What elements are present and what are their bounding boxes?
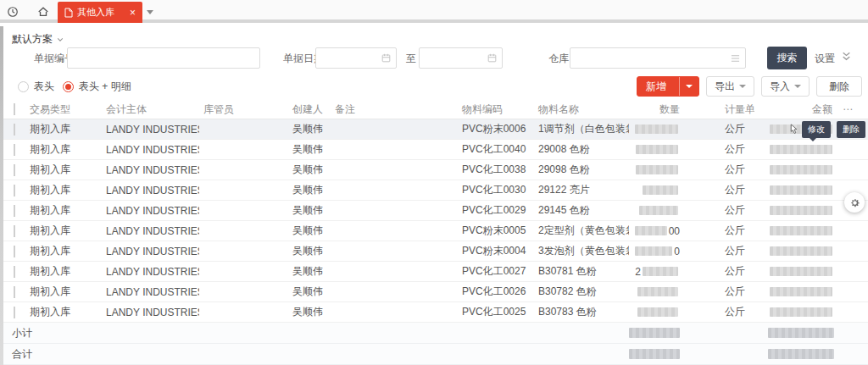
list-picker-icon[interactable]: [731, 54, 740, 63]
add-button[interactable]: 新增: [637, 76, 699, 97]
history-clock-icon[interactable]: [6, 5, 19, 19]
calendar-icon[interactable]: [381, 53, 391, 63]
row-checkbox[interactable]: [14, 246, 15, 257]
doc-date-from-input[interactable]: [315, 47, 397, 69]
table-row[interactable]: 期初入库 LANDY INDUSTRIES(R)LTD 吴顺伟 PVC粉末000…: [0, 241, 868, 262]
import-button[interactable]: 导入: [761, 76, 810, 97]
row-checkbox[interactable]: [14, 185, 15, 196]
redacted-quantity-total: [629, 349, 680, 359]
cell-material-code: PVC化工0025: [458, 305, 534, 319]
row-checkbox[interactable]: [14, 164, 15, 176]
col-quantity: 数量: [629, 102, 687, 117]
radio-header-only-label[interactable]: 表头: [34, 80, 54, 94]
summary-quantity: [629, 349, 687, 359]
tab-other-inbound[interactable]: 其他入库 ×: [58, 2, 142, 23]
export-button[interactable]: 导出: [706, 76, 754, 97]
row-select-cell: [0, 266, 25, 278]
cell-unit: 公斤: [687, 285, 754, 299]
cell-unit: 公斤: [687, 142, 754, 157]
chevron-down-icon: [57, 36, 64, 43]
row-checkbox[interactable]: [14, 144, 15, 156]
row-checkbox[interactable]: [14, 225, 15, 237]
cell-material-code: PVC化工0030: [458, 183, 534, 197]
row-delete-button[interactable]: 删除: [837, 121, 865, 138]
cell-transaction-type: 期初入库: [25, 285, 102, 299]
select-all-checkbox[interactable]: [14, 103, 15, 115]
table-row[interactable]: 期初入库 LANDY INDUSTRIES(R)LTD 吴顺伟 PVC化工004…: [0, 140, 868, 160]
more-columns-icon[interactable]: ⋯: [839, 103, 868, 115]
table-row[interactable]: 期初入库 LANDY INDUSTRIES(R)LTD 吴顺伟 PVC化工002…: [0, 201, 868, 221]
table-row[interactable]: 期初入库 LANDY INDUSTRIES(R)LTD 吴顺伟 PVC化工002…: [0, 302, 868, 323]
summary-row: 小计: [0, 323, 868, 344]
cell-amount: [754, 185, 839, 195]
cell-material-code: PVC化工0026: [458, 285, 534, 299]
cell-quantity: [629, 165, 687, 174]
cell-quantity: [629, 185, 687, 195]
table-row[interactable]: 期初入库 LANDY INDUSTRIES(R)LTD 吴顺伟 PVC粉末000…: [0, 221, 868, 241]
col-unit: 计量单位: [687, 102, 754, 117]
radio-header-detail-label[interactable]: 表头 + 明细: [79, 80, 131, 94]
add-button-label[interactable]: 新增: [637, 77, 675, 96]
cell-material-name: B30781 色粉: [534, 264, 629, 279]
tab-close-icon[interactable]: ×: [130, 8, 136, 18]
cell-transaction-type: 期初入库: [25, 203, 102, 218]
cell-material-name: 2定型剂（黄色包装袋上编号2）: [534, 224, 629, 238]
cell-amount: [754, 246, 839, 256]
redacted-quantity: [643, 185, 678, 195]
row-checkbox[interactable]: [14, 307, 15, 318]
table-body: 期初入库 LANDY INDUSTRIES(R)LTD 吴顺伟 PVC粉末000…: [0, 119, 868, 365]
row-checkbox[interactable]: [14, 286, 15, 298]
cell-amount: [754, 206, 839, 215]
table-row[interactable]: 期初入库 LANDY INDUSTRIES(R)LTD 吴顺伟 PVC粉末000…: [0, 119, 868, 140]
doc-date-to-input[interactable]: [419, 47, 503, 69]
cell-material-code: PVC粉末0004: [458, 244, 534, 258]
radio-header-only[interactable]: [18, 81, 29, 92]
tab-list-caret-icon[interactable]: [147, 10, 153, 14]
grid-settings-fab[interactable]: [844, 192, 865, 213]
left-scroll-strip[interactable]: [0, 26, 3, 365]
add-dropdown-caret-icon[interactable]: [679, 77, 698, 96]
radio-header-detail[interactable]: [63, 81, 74, 92]
warehouse-input[interactable]: [570, 47, 746, 69]
cell-transaction-type: 期初入库: [25, 224, 102, 238]
cell-creator: 吴顺伟: [288, 122, 331, 136]
row-select-cell: [0, 225, 25, 237]
cell-material-code: PVC化工0040: [458, 142, 534, 157]
search-button[interactable]: 搜索: [767, 47, 807, 69]
cell-material-name: 1调节剂（白色包装袋上编号1）: [534, 122, 629, 136]
toolbar-buttons: 新增 导出 导入 删除: [637, 76, 862, 97]
cell-unit: 公斤: [687, 264, 754, 279]
row-checkbox[interactable]: [14, 124, 15, 135]
cell-quantity: 00: [629, 225, 687, 237]
col-warehouse-keeper: 库管员: [199, 102, 288, 117]
settings-link[interactable]: 设置: [815, 52, 835, 66]
scheme-label: 默认方案: [12, 32, 53, 47]
redacted-amount-total: [768, 328, 834, 338]
cell-transaction-type: 期初入库: [25, 183, 102, 197]
row-edit-button[interactable]: 修改: [802, 121, 831, 138]
home-icon[interactable]: [36, 5, 50, 19]
filter-scheme-dropdown[interactable]: 默认方案: [12, 32, 64, 47]
summary-amount: [754, 328, 839, 338]
quantity-visible-suffix: 0: [674, 246, 680, 257]
table-row[interactable]: 期初入库 LANDY INDUSTRIES(R)LTD 吴顺伟 PVC化工002…: [0, 262, 868, 282]
redacted-quantity: [635, 124, 678, 134]
cell-unit: 公斤: [687, 183, 754, 197]
doc-no-input[interactable]: [67, 47, 260, 69]
cell-creator: 吴顺伟: [288, 224, 331, 238]
expand-filters-icon[interactable]: [841, 51, 852, 62]
summary-quantity: [629, 328, 687, 338]
table-row[interactable]: 期初入库 LANDY INDUSTRIES(R)LTD 吴顺伟 PVC化工003…: [0, 180, 868, 201]
calendar-icon[interactable]: [487, 53, 497, 63]
row-checkbox[interactable]: [14, 266, 15, 278]
table-row[interactable]: 期初入库 LANDY INDUSTRIES(R)LTD 吴顺伟 PVC化工003…: [0, 160, 868, 180]
col-material-code: 物料编码: [458, 102, 534, 117]
chevron-down-icon: [739, 85, 746, 88]
row-select-cell: [0, 124, 25, 135]
redacted-quantity: [643, 267, 678, 276]
cell-amount: [754, 267, 839, 276]
row-select-cell: [0, 144, 25, 156]
table-row[interactable]: 期初入库 LANDY INDUSTRIES(R)LTD 吴顺伟 PVC化工002…: [0, 282, 868, 302]
row-checkbox[interactable]: [14, 205, 15, 217]
delete-button[interactable]: 删除: [816, 76, 862, 97]
